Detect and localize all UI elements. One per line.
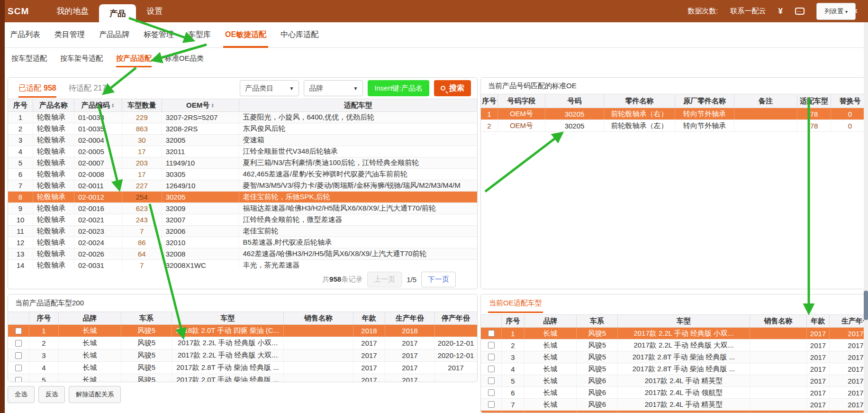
sort-icon[interactable]: ▲▼ [211, 103, 214, 108]
oe-vehicles-title: 当前OE适配车型 [481, 294, 868, 314]
row-checkbox[interactable] [15, 352, 22, 359]
row-checkbox[interactable] [15, 340, 22, 347]
row-checkbox[interactable] [488, 366, 495, 372]
insert-product-name-button[interactable]: Insert键:产品名 [368, 80, 429, 96]
col-product-name: 产品名称 [33, 99, 74, 111]
scrollbar-track[interactable] [864, 22, 868, 413]
standard-oe-title: 当前产品号码匹配的标准OE [481, 78, 868, 94]
vehicles-table-body: 1 长城 风骏5 2018款 2.0T 手动 四驱 柴油 (C... 2018 … [8, 325, 477, 382]
module-tabs: 产品列表类目管理产品品牌标签管理车型库OE敏捷适配中心库适配 [5, 22, 868, 48]
oe-vehicles-table-body: 1 长城 风骏5 2017款 2.2L 手动 经典版 小双... 2017 20… [481, 328, 868, 413]
next-page-button[interactable]: 下一页 [421, 272, 456, 287]
product-vehicles-title: 当前产品适配车型200 [8, 294, 477, 312]
row-checkbox[interactable] [488, 377, 495, 384]
invert-selection-button[interactable]: 反选 [38, 386, 65, 403]
oe-row[interactable]: 2 OEM号 30205 前轮毂轴承（左） 转向节外轴承 78 0 [481, 120, 868, 132]
product-row[interactable]: 14 轮毂轴承 02-0031 7 32008X1WC 丰光，茶光差速器 [8, 260, 477, 269]
oe-table-body: 1 OEM号 30205 前轮毂轴承（右） 转向节外轴承 78 0 2 OEM号… [481, 108, 868, 266]
products-table-header: 序号 产品名称 产品编码▲▼ 车型数量 OEM号▲▼ 适配车型 [8, 99, 477, 112]
chat-icon[interactable]: ⋯ [795, 8, 805, 15]
oe-vehicle-row[interactable]: 5 长城 风骏6 2017款 2.4L 手动 精英型 2017 2017 [481, 375, 868, 387]
vehicles-table-header: 序号 品牌 车系 车型 销售名称 年款 生产年份 停产年份 [8, 312, 477, 325]
col-product-code[interactable]: 产品编码▲▼ [74, 99, 122, 111]
row-checkbox[interactable] [488, 354, 495, 360]
row-checkbox[interactable] [15, 365, 22, 371]
tab-adapted[interactable]: 已适配958 [18, 78, 56, 99]
prev-page-button[interactable]: 上一页 [367, 272, 402, 287]
window-left-border [0, 0, 5, 413]
adaptation-mode-tab[interactable]: 按车型适配 [11, 48, 47, 69]
module-tab[interactable]: 标签管理 [144, 22, 174, 48]
select-all-button[interactable]: 全选 [8, 386, 35, 403]
vehicle-row[interactable]: 5 长城 风骏5 2017款 2.0T 手动 柴油 经典版 ... 2017 2… [8, 374, 477, 382]
vehicle-row[interactable]: 3 长城 风骏5 2017款 2.2L 手动 经典版 大双... 2017 20… [8, 349, 477, 362]
vehicle-row[interactable]: 4 长城 风骏5 2017款 2.8T 手动 柴油 经典版 ... 2017 2… [8, 362, 477, 374]
search-button[interactable]: 搜索 [434, 80, 471, 96]
brand-select[interactable]: 品牌▼ [304, 80, 363, 96]
category-select[interactable]: 产品类目▼ [240, 80, 299, 96]
product-row[interactable]: 13 轮毂轴承 02-0026 64 32008 462差速器/哈佛H3/H2/… [8, 248, 477, 260]
col-oem-number[interactable]: OEM号▲▼ [162, 99, 239, 111]
module-tab[interactable]: 类目管理 [54, 22, 85, 48]
oe-vehicle-row[interactable]: 6 长城 风骏6 2017款 2.4L 手动 领航型 2017 2017 [481, 387, 868, 399]
row-checkbox[interactable] [488, 342, 495, 349]
adaptation-mode-tab[interactable]: 标准OE品类 [165, 48, 204, 69]
adaptation-mode-tab[interactable]: 按车架号适配 [60, 48, 103, 69]
col-serial: 序号 [8, 99, 33, 111]
product-row[interactable]: 9 轮毂轴承 02-0016 623 32009 福瑞达差速器/哈佛H3/H2/… [8, 203, 477, 214]
oe-vehicle-row[interactable]: 2 长城 风骏5 2017款 2.2L 手动 经典版 大双... 2017 20… [481, 340, 868, 351]
product-vehicles-panel: 当前产品适配车型200 序号 品牌 车系 车型 销售名称 年款 生产年份 停产年… [8, 294, 478, 382]
row-checkbox[interactable] [488, 389, 495, 396]
currency-icon[interactable]: ¥ [778, 7, 782, 16]
product-row[interactable]: 10 轮毂轴承 02-0021 243 32007 江铃经典全顺前轮，微型差速器 [8, 214, 477, 226]
oe-vehicle-row[interactable] [481, 411, 868, 413]
row-checkbox[interactable] [488, 330, 495, 337]
sort-icon[interactable]: ▲▼ [111, 103, 115, 108]
pagination: 共958条记录 上一页 1/5 下一页 [8, 269, 477, 289]
module-tab[interactable]: 产品品牌 [99, 22, 129, 48]
topnav-products[interactable]: 产品 [99, 4, 136, 22]
column-settings-button[interactable]: 列设置 ▾ [816, 3, 856, 20]
oe-vehicles-table-header: 序号 品牌 车系 车型 销售名称 年款 生产年份 [481, 314, 868, 328]
unbind-adaptation-button[interactable]: 解除适配关系 [69, 386, 121, 403]
product-row[interactable]: 5 轮毂轴承 02-0007 203 11949/10 夏利三箱/N3/吉利豪情… [8, 157, 477, 169]
contact-link[interactable]: 联系一配云 [730, 7, 766, 16]
search-icon [441, 86, 445, 91]
adaptation-mode-tab[interactable]: 按产品适配 [116, 48, 152, 69]
oe-vehicle-row[interactable]: 1 长城 风骏5 2017款 2.2L 手动 经典版 小双... 2017 20… [481, 328, 868, 340]
product-row[interactable]: 7 轮毂轴承 02-0011 227 12649/10 菱智/M3/M5/V3/… [8, 180, 477, 192]
row-checkbox[interactable] [15, 328, 22, 334]
chevron-down-icon: ▾ [845, 9, 848, 14]
vehicle-row[interactable]: 1 长城 风骏5 2018款 2.0T 手动 四驱 柴油 (C... 2018 … [8, 325, 477, 337]
product-row[interactable]: 4 轮毂轴承 02-0005 17 32011 江铃全顺新世代V348后轮轴承 [8, 146, 477, 157]
row-checkbox[interactable] [488, 401, 495, 408]
product-row[interactable]: 12 轮毂轴承 02-0024 86 32010 B5差速器,时代驭凌后轮轴承 [8, 237, 477, 248]
product-row[interactable]: 3 轮毂轴承 02-0004 30 32005 变速箱 [8, 135, 477, 146]
record-count: 共958条记录 [322, 275, 362, 284]
adaptation-mode-tabs: 按车型适配按车架号适配按产品适配标准OE品类 [5, 48, 868, 69]
tab-pending[interactable]: 待适配217 [69, 78, 107, 99]
oe-vehicle-row[interactable]: 3 长城 风骏5 2017款 2.8T 手动 柴油 经典版 ... 2017 2… [481, 351, 868, 363]
oe-vehicles-panel: 当前OE适配车型 序号 品牌 车系 车型 销售名称 年款 生产年份 1 长城 风… [480, 294, 868, 413]
module-tab[interactable]: 产品列表 [10, 22, 40, 48]
scrollbar-thumb[interactable] [864, 291, 868, 320]
module-tab[interactable]: 中心库适配 [280, 22, 318, 48]
module-tab[interactable]: OE敏捷适配 [225, 22, 266, 48]
vehicle-row[interactable]: 2 长城 风骏5 2017款 2.2L 手动 经典版 小双... 2017 20… [8, 337, 477, 349]
oe-row[interactable]: 1 OEM号 30205 前轮毂轴承（右） 转向节外轴承 78 0 [481, 108, 868, 120]
topnav-settings[interactable]: 设置 [136, 0, 173, 22]
oe-vehicle-row[interactable]: 4 长城 风骏5 2017款 2.8T 手动 柴油 经典版 ... 2017 2… [481, 363, 868, 375]
col-checkbox [481, 315, 502, 327]
batch-actions: 全选 反选 解除适配关系 [8, 386, 121, 403]
product-row[interactable]: 11 轮毂轴承 02-0023 7 32006 老佳宝前轮 [8, 226, 477, 237]
product-row[interactable]: 1 轮毂轴承 01-0033 229 3207-2RS=5207 五菱阳光，小旋… [8, 112, 477, 123]
product-row[interactable]: 2 轮毂轴承 01-0035 863 3208-2RS 东风俊风后轮 [8, 123, 477, 135]
product-row[interactable]: 6 轮毂轴承 02-0008 17 30305 462,465差速器/星豹/长安… [8, 169, 477, 180]
product-row[interactable]: 8 轮毂轴承 02-0012 254 30205 老佳宝前轮，乐驰SPK,后轮 [8, 192, 477, 203]
col-model-count: 车型数量 [122, 99, 162, 111]
row-checkbox[interactable] [15, 377, 22, 383]
top-navigation: 我的地盘 产品 设置 [46, 0, 173, 22]
module-tab[interactable]: 车型库 [188, 22, 211, 48]
oe-vehicle-row[interactable]: 7 长城 风骏6 2017款 2.4L 手动 精英型 2017 2017 [481, 399, 868, 411]
topnav-my-area[interactable]: 我的地盘 [46, 0, 99, 22]
